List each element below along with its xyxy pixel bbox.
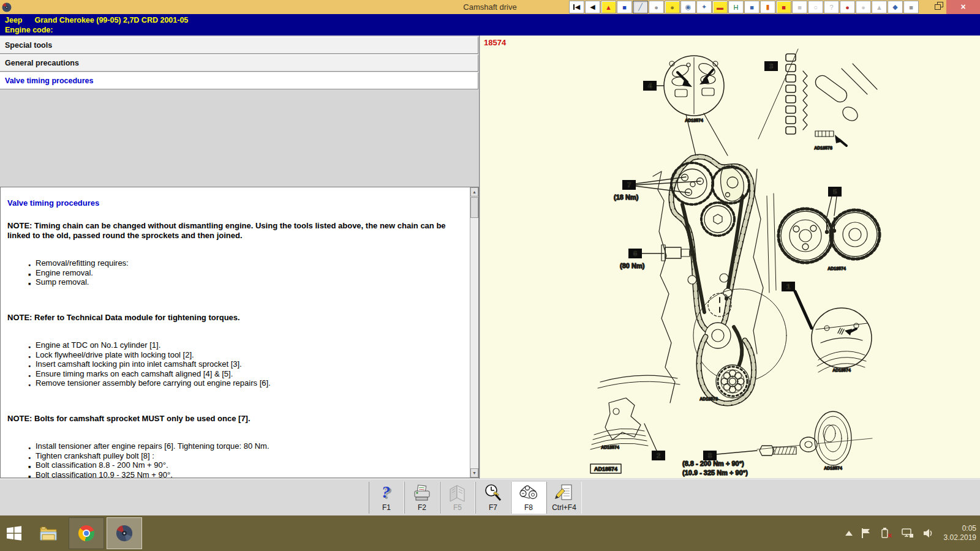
- note-2: NOTE: Refer to Technical Data module for…: [7, 313, 467, 323]
- tray-usb-eject-icon[interactable]: ×: [880, 527, 892, 539]
- note-3: NOTE: Bolts for camshaft sprocket MUST o…: [7, 414, 467, 424]
- toolbar-warning-icon[interactable]: ▲: [601, 1, 616, 13]
- list-item: Engine removal.: [13, 268, 467, 278]
- chrome-icon: [78, 525, 94, 541]
- tray-volume-icon[interactable]: [922, 528, 933, 539]
- function-key-bar: ? ? F1 F2: [0, 479, 980, 515]
- list-item: Insert camshaft locking pin into inlet c…: [7, 359, 467, 369]
- svg-text:6: 6: [633, 250, 637, 257]
- belt-drive-icon: [518, 483, 539, 503]
- tray-flag-icon[interactable]: [861, 528, 871, 539]
- top-toolbar: ◀◀▲■╱●●◉✦▬H■▮■■○?●●▲◆■: [568, 1, 919, 13]
- toolbar-help-info-icon: ?: [824, 1, 839, 13]
- torque-80nm: (80 Nm): [620, 262, 645, 269]
- list-item: Ensure timing marks on each camshaft ali…: [7, 369, 467, 379]
- fkey-notes-button[interactable]: Ctrl+F4: [546, 482, 582, 514]
- edit-note-icon: [554, 483, 574, 503]
- clock-date: 3.02.2019: [944, 533, 976, 542]
- toolbar-body-parts-icon[interactable]: ■: [744, 1, 760, 13]
- workshop-app-button[interactable]: [107, 517, 142, 549]
- diagram-ref-inset-flywheel: AD18574: [832, 368, 851, 372]
- svg-text:2: 2: [657, 452, 660, 459]
- tab-special-tools[interactable]: Special tools: [0, 37, 478, 54]
- clock-time: 0:05: [944, 524, 976, 533]
- toolbar-electrics-icon[interactable]: ●: [665, 1, 680, 13]
- procedure-text: Valve timing procedures NOTE: Timing cha…: [1, 187, 470, 478]
- diagram-ref-oil-pump: AD18578: [699, 397, 718, 401]
- start-button[interactable]: [0, 515, 28, 551]
- svg-text:8: 8: [708, 452, 712, 459]
- taskbar: × 0:05 3.02.2019: [0, 515, 980, 551]
- fkey-belt-drive-button[interactable]: F8: [511, 482, 546, 514]
- clock[interactable]: 0:05 3.02.2019: [944, 524, 976, 542]
- scroll-down-icon[interactable]: ▼: [470, 468, 478, 478]
- toolbar-manuals-icon: ○: [808, 1, 823, 13]
- toolbar-wheels-icon[interactable]: ◉: [680, 1, 696, 13]
- callout-5: 5: [827, 187, 842, 217]
- toolbar-diagnostic-monitor-icon[interactable]: ■: [617, 1, 632, 13]
- diagram-ref-cam-gears: AD18574: [827, 266, 846, 271]
- svg-text:1: 1: [786, 283, 790, 290]
- scroll-up-icon[interactable]: ▲: [470, 187, 478, 197]
- tray-expand-icon[interactable]: [845, 531, 853, 536]
- vehicle-model: Grand Cherokee (99-05) 2,7D CRD 2001-05: [35, 16, 189, 24]
- callout-1: 1: [782, 282, 812, 328]
- application-window: Camshaft drive ◀◀▲■╱●●◉✦▬H■▮■■○?●●▲◆■ × …: [0, 0, 980, 551]
- timing-chain-diagram: AD18578 AD18574: [480, 36, 980, 478]
- toolbar-service-schedule-icon[interactable]: ▬: [712, 1, 728, 13]
- toolbar-repair-times-icon[interactable]: ✦: [696, 1, 712, 13]
- tab-general-precautions[interactable]: General precautions: [0, 54, 478, 72]
- windows-logo-icon: [6, 525, 22, 541]
- book-icon: [448, 483, 467, 503]
- torque-18nm: (18 Nm): [614, 193, 639, 201]
- toolbar-nav-back-icon[interactable]: ◀: [585, 1, 600, 13]
- toolbar-engine-management-icon[interactable]: ◆: [888, 1, 903, 13]
- svg-text:7: 7: [627, 181, 631, 189]
- engine-code-label: Engine code:: [5, 25, 980, 35]
- toolbar-hazard-icon: ▲: [872, 1, 887, 13]
- callout-2: 2: [644, 424, 665, 460]
- list-item: Engine at TDC on No.1 cylinder [1].: [7, 340, 467, 350]
- fkey-print-button[interactable]: F2: [404, 482, 440, 514]
- diagram-ref-boxed: AD18574: [594, 466, 617, 472]
- list-item: Lock flywheel/drive plate with locking t…: [7, 350, 467, 360]
- list-item: Sump removal.: [13, 277, 467, 287]
- tab-valve-timing-procedures[interactable]: Valve timing procedures: [0, 72, 478, 89]
- list-item: Removal/refitting requires:: [7, 258, 467, 268]
- content-scrollbar[interactable]: ▲ ▼: [470, 187, 478, 478]
- svg-text:3: 3: [769, 62, 773, 70]
- fkey-help-button[interactable]: ? ? F1: [369, 482, 404, 514]
- file-explorer-button[interactable]: [31, 517, 66, 549]
- restore-window-button[interactable]: [935, 2, 944, 11]
- toolbar-nav-first-icon[interactable]: ◀: [569, 1, 584, 13]
- diagram-ref-pulley: AD18574: [824, 466, 842, 470]
- list-item: Bolt classification 8.8 - 200 Nm + 90°.: [13, 460, 467, 470]
- help-icon: ? ?: [378, 483, 395, 503]
- toolbar-service-tools-icon[interactable]: ╱: [633, 1, 648, 13]
- toolbar-battery-icon[interactable]: ■: [776, 1, 791, 13]
- scroll-thumb[interactable]: [470, 197, 478, 218]
- toolbar-vehicle-lift-icon[interactable]: H: [728, 1, 744, 13]
- chrome-button[interactable]: [69, 517, 104, 549]
- close-window-button[interactable]: ×: [946, 0, 980, 14]
- magnifier-clock-icon: [483, 483, 503, 503]
- svg-text:×: ×: [888, 531, 892, 539]
- title-bar: Camshaft drive ◀◀▲■╱●●◉✦▬H■▮■■○?●●▲◆■ ×: [0, 0, 980, 14]
- diagram-ref-mounting: AD18574: [601, 445, 619, 449]
- content-panel: Valve timing procedures NOTE: Timing cha…: [0, 187, 479, 478]
- toolbar-air-conditioning-icon[interactable]: ■: [903, 1, 919, 13]
- vehicle-header: JeepGrand Cherokee (99-05) 2,7D CRD 2001…: [0, 14, 980, 36]
- vehicle-make: Jeep: [5, 16, 23, 24]
- diagram-ref-inset-pin: AD18578: [814, 146, 832, 150]
- tray-network-icon[interactable]: [900, 528, 914, 539]
- toolbar-spray-gun-icon[interactable]: ▮: [760, 1, 775, 13]
- diagram-panel: 18574: [480, 36, 980, 478]
- list-item: Bolt classification 10.9 - 325 Nm + 90°.: [13, 470, 467, 480]
- torque-crank-bolt-109: (10.9 - 325 Nm + 90°): [682, 469, 748, 476]
- svg-text:?: ?: [382, 483, 390, 501]
- fkey-inspect-button[interactable]: F7: [475, 482, 511, 514]
- list-item: Install tensioner after engine repairs […: [7, 441, 467, 451]
- torque-crank-bolt-88: (8.8 - 200 Nm + 90°): [682, 460, 744, 467]
- toolbar-component-icon[interactable]: ●: [649, 1, 664, 13]
- toolbar-airbag-seat-icon[interactable]: ●: [840, 1, 855, 13]
